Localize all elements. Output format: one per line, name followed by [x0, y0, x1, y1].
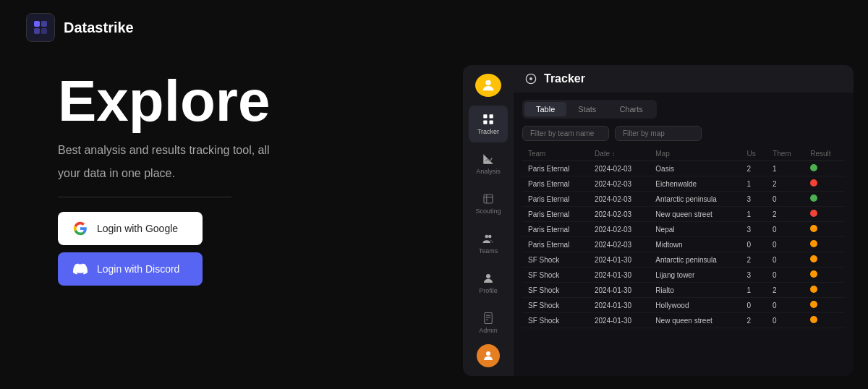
cell-map: New queen street [650, 313, 741, 328]
cell-team: SF Shock [522, 283, 589, 298]
cell-team: SF Shock [522, 298, 589, 313]
table-row: Paris Eternal 2024-02-03 Oasis 2 1 [522, 161, 845, 176]
cell-team: SF Shock [522, 268, 589, 283]
cell-result [804, 283, 845, 298]
svg-rect-15 [485, 313, 493, 324]
svg-point-13 [488, 235, 492, 239]
col-them: Them [767, 147, 804, 161]
svg-point-4 [485, 80, 490, 85]
cell-us: 0 [741, 298, 767, 313]
cell-result [804, 222, 845, 237]
sidebar-item-tracker[interactable]: Tracker [469, 106, 508, 142]
table-row: SF Shock 2024-01-30 Hollywood 0 0 [522, 298, 845, 313]
sidebar-profile-label: Profile [479, 287, 498, 294]
hero-section: Explore Best analysis and results tracki… [58, 72, 405, 293]
sidebar-bottom [477, 344, 500, 367]
svg-rect-3 [41, 28, 47, 34]
cell-map: Antarctic peninsula [650, 192, 741, 207]
cell-result [804, 298, 845, 313]
svg-point-19 [486, 351, 490, 356]
svg-point-21 [529, 77, 532, 80]
table-tabs: Table Stats Charts [522, 100, 657, 119]
dashboard-wrapper: Tracker Analysis Scouting Teams Profile … [463, 65, 854, 376]
cell-map: New queen street [650, 207, 741, 222]
table-row: SF Shock 2024-01-30 New queen street 2 0 [522, 313, 845, 328]
cell-them: 0 [767, 268, 804, 283]
svg-rect-5 [483, 114, 487, 118]
cell-them: 0 [767, 313, 804, 328]
filter-map-input[interactable] [615, 126, 702, 141]
cell-them: 1 [767, 161, 804, 176]
cell-result [804, 192, 845, 207]
cell-team: Paris Eternal [522, 176, 589, 192]
cell-team: SF Shock [522, 313, 589, 328]
sidebar-scouting-label: Scouting [475, 208, 501, 215]
sidebar-item-teams[interactable]: Teams [469, 225, 508, 262]
col-date: Date ↕ [589, 147, 650, 161]
table-row: Paris Eternal 2024-02-03 Midtown 0 0 [522, 237, 845, 252]
avatar [475, 74, 501, 97]
cell-team: Paris Eternal [522, 192, 589, 207]
sidebar-item-admin[interactable]: Admin [469, 304, 508, 341]
cell-result [804, 252, 845, 268]
discord-login-label: Login with Discord [97, 263, 179, 275]
cell-map: Eichenwalde [650, 176, 741, 192]
col-team: Team [522, 147, 589, 161]
cell-them: 0 [767, 192, 804, 207]
cell-map: Hollywood [650, 298, 741, 313]
cell-result [804, 268, 845, 283]
tracker-icon [525, 73, 537, 85]
cell-map: Rialto [650, 283, 741, 298]
sidebar: Tracker Analysis Scouting Teams Profile … [463, 65, 514, 376]
cell-map: Lijang tower [650, 268, 741, 283]
cell-them: 0 [767, 222, 804, 237]
logo-text: Datastrike [64, 20, 134, 36]
cell-us: 1 [741, 283, 767, 298]
cell-date: 2024-01-30 [589, 268, 650, 283]
sidebar-item-profile[interactable]: Profile [469, 265, 508, 302]
cell-us: 2 [741, 161, 767, 176]
discord-login-button[interactable]: Login with Discord [58, 252, 203, 286]
tab-charts[interactable]: Charts [608, 102, 654, 116]
tracker-header: Tracker [514, 65, 854, 93]
tab-stats[interactable]: Stats [566, 102, 608, 116]
hero-divider [58, 197, 231, 197]
cell-date: 2024-02-03 [589, 207, 650, 222]
cell-map: Antarctic peninsula [650, 252, 741, 268]
filter-team-input[interactable] [522, 126, 609, 141]
col-us: Us [741, 147, 767, 161]
cell-date: 2024-02-03 [589, 222, 650, 237]
cell-them: 2 [767, 283, 804, 298]
tab-table[interactable]: Table [524, 102, 566, 116]
cell-us: 1 [741, 176, 767, 192]
cell-date: 2024-01-30 [589, 283, 650, 298]
sidebar-admin-label: Admin [479, 327, 498, 334]
table-row: Paris Eternal 2024-02-03 Eichenwalde 1 2 [522, 176, 845, 192]
table-row: Paris Eternal 2024-02-03 Antarctic penin… [522, 192, 845, 207]
cell-us: 0 [741, 237, 767, 252]
cell-team: Paris Eternal [522, 237, 589, 252]
google-login-button[interactable]: Login with Google [58, 212, 203, 245]
hero-subtitle-1: Best analysis and results tracking tool,… [58, 142, 405, 159]
app-header: Datastrike [0, 0, 868, 55]
cell-them: 2 [767, 207, 804, 222]
cell-them: 0 [767, 298, 804, 313]
sidebar-analysis-label: Analysis [476, 168, 501, 175]
cell-result [804, 237, 845, 252]
table-row: Paris Eternal 2024-02-03 Nepal 3 0 [522, 222, 845, 237]
table-row: Paris Eternal 2024-02-03 New queen stree… [522, 207, 845, 222]
google-icon [72, 221, 88, 236]
cell-date: 2024-02-03 [589, 192, 650, 207]
cell-them: 0 [767, 237, 804, 252]
col-result: Result [804, 147, 845, 161]
cell-date: 2024-02-03 [589, 237, 650, 252]
sidebar-item-analysis[interactable]: Analysis [469, 145, 508, 182]
sidebar-item-scouting[interactable]: Scouting [469, 185, 508, 222]
sidebar-tracker-label: Tracker [477, 128, 499, 135]
cell-date: 2024-01-30 [589, 252, 650, 268]
cell-result [804, 313, 845, 328]
discord-icon [72, 261, 88, 277]
svg-rect-9 [484, 194, 493, 203]
cell-us: 2 [741, 252, 767, 268]
table-row: SF Shock 2024-01-30 Rialto 1 2 [522, 283, 845, 298]
